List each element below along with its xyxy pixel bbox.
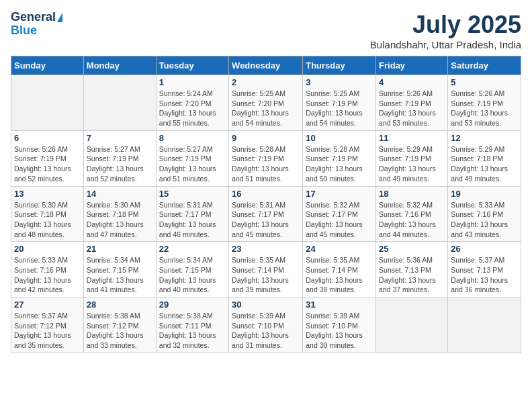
calendar-cell: 7Sunrise: 5:27 AM Sunset: 7:19 PM Daylig… xyxy=(83,130,156,186)
day-number: 29 xyxy=(159,300,226,310)
calendar-week-row: 20Sunrise: 5:33 AM Sunset: 7:16 PM Dayli… xyxy=(11,242,521,298)
calendar-cell: 12Sunrise: 5:29 AM Sunset: 7:18 PM Dayli… xyxy=(448,130,521,186)
calendar-cell: 25Sunrise: 5:36 AM Sunset: 7:13 PM Dayli… xyxy=(376,242,448,298)
day-number: 25 xyxy=(379,244,445,254)
day-number: 6 xyxy=(14,133,81,143)
calendar-cell xyxy=(11,75,84,131)
day-info: Sunrise: 5:38 AM Sunset: 7:11 PM Dayligh… xyxy=(159,311,226,351)
calendar-cell: 20Sunrise: 5:33 AM Sunset: 7:16 PM Dayli… xyxy=(11,242,84,298)
calendar-cell: 9Sunrise: 5:28 AM Sunset: 7:19 PM Daylig… xyxy=(229,130,303,186)
calendar-cell: 18Sunrise: 5:32 AM Sunset: 7:16 PM Dayli… xyxy=(376,186,448,242)
day-number: 20 xyxy=(14,244,81,254)
day-info: Sunrise: 5:34 AM Sunset: 7:15 PM Dayligh… xyxy=(87,255,153,295)
day-info: Sunrise: 5:33 AM Sunset: 7:16 PM Dayligh… xyxy=(451,200,518,240)
day-number: 9 xyxy=(232,133,300,143)
day-number: 12 xyxy=(451,133,518,143)
day-info: Sunrise: 5:37 AM Sunset: 7:13 PM Dayligh… xyxy=(451,255,518,295)
calendar-cell: 3Sunrise: 5:25 AM Sunset: 7:19 PM Daylig… xyxy=(303,75,376,131)
day-number: 18 xyxy=(379,189,445,199)
day-number: 8 xyxy=(159,133,226,143)
day-number: 4 xyxy=(379,77,445,87)
day-number: 1 xyxy=(159,77,226,87)
day-number: 17 xyxy=(306,189,373,199)
day-number: 3 xyxy=(306,77,373,87)
weekday-header-wednesday: Wednesday xyxy=(229,56,303,75)
calendar-week-row: 1Sunrise: 5:24 AM Sunset: 7:20 PM Daylig… xyxy=(11,75,521,131)
day-info: Sunrise: 5:26 AM Sunset: 7:19 PM Dayligh… xyxy=(379,89,445,128)
day-info: Sunrise: 5:30 AM Sunset: 7:18 PM Dayligh… xyxy=(14,200,81,240)
calendar-cell: 11Sunrise: 5:29 AM Sunset: 7:19 PM Dayli… xyxy=(376,130,448,186)
day-number: 27 xyxy=(14,300,81,310)
day-info: Sunrise: 5:38 AM Sunset: 7:12 PM Dayligh… xyxy=(87,311,153,351)
day-info: Sunrise: 5:29 AM Sunset: 7:19 PM Dayligh… xyxy=(379,144,445,184)
calendar-cell: 30Sunrise: 5:39 AM Sunset: 7:10 PM Dayli… xyxy=(229,298,303,353)
calendar-cell: 4Sunrise: 5:26 AM Sunset: 7:19 PM Daylig… xyxy=(376,75,448,131)
day-info: Sunrise: 5:26 AM Sunset: 7:19 PM Dayligh… xyxy=(451,89,518,128)
page-header: General Blue July 2025 Bulandshahr, Utta… xyxy=(11,11,521,50)
day-number: 2 xyxy=(232,77,300,87)
calendar-cell xyxy=(83,75,156,131)
calendar-cell: 23Sunrise: 5:35 AM Sunset: 7:14 PM Dayli… xyxy=(229,242,303,298)
day-info: Sunrise: 5:37 AM Sunset: 7:12 PM Dayligh… xyxy=(14,311,81,351)
location: Bulandshahr, Uttar Pradesh, India xyxy=(370,39,521,50)
weekday-header-tuesday: Tuesday xyxy=(156,56,228,75)
weekday-header-sunday: Sunday xyxy=(11,56,84,75)
day-info: Sunrise: 5:29 AM Sunset: 7:18 PM Dayligh… xyxy=(451,144,518,184)
day-info: Sunrise: 5:28 AM Sunset: 7:19 PM Dayligh… xyxy=(232,144,300,184)
day-info: Sunrise: 5:31 AM Sunset: 7:17 PM Dayligh… xyxy=(159,200,226,240)
day-info: Sunrise: 5:27 AM Sunset: 7:19 PM Dayligh… xyxy=(87,144,153,184)
day-info: Sunrise: 5:36 AM Sunset: 7:13 PM Dayligh… xyxy=(379,255,445,295)
day-number: 24 xyxy=(306,244,373,254)
day-number: 26 xyxy=(451,244,518,254)
calendar-cell: 26Sunrise: 5:37 AM Sunset: 7:13 PM Dayli… xyxy=(448,242,521,298)
day-number: 16 xyxy=(232,189,300,199)
calendar-week-row: 13Sunrise: 5:30 AM Sunset: 7:18 PM Dayli… xyxy=(11,186,521,242)
day-number: 15 xyxy=(159,189,226,199)
day-info: Sunrise: 5:35 AM Sunset: 7:14 PM Dayligh… xyxy=(232,255,300,295)
weekday-header-saturday: Saturday xyxy=(448,56,521,75)
calendar-cell: 29Sunrise: 5:38 AM Sunset: 7:11 PM Dayli… xyxy=(156,298,228,353)
day-info: Sunrise: 5:24 AM Sunset: 7:20 PM Dayligh… xyxy=(159,89,226,128)
calendar-cell: 16Sunrise: 5:31 AM Sunset: 7:17 PM Dayli… xyxy=(229,186,303,242)
calendar-cell: 1Sunrise: 5:24 AM Sunset: 7:20 PM Daylig… xyxy=(156,75,228,131)
logo-triangle-icon xyxy=(57,13,62,22)
calendar-cell: 6Sunrise: 5:26 AM Sunset: 7:19 PM Daylig… xyxy=(11,130,84,186)
day-number: 19 xyxy=(451,189,518,199)
day-info: Sunrise: 5:32 AM Sunset: 7:16 PM Dayligh… xyxy=(379,200,445,240)
calendar-table: SundayMondayTuesdayWednesdayThursdayFrid… xyxy=(11,56,521,353)
calendar-cell: 22Sunrise: 5:34 AM Sunset: 7:15 PM Dayli… xyxy=(156,242,228,298)
day-info: Sunrise: 5:33 AM Sunset: 7:16 PM Dayligh… xyxy=(14,255,81,295)
calendar-cell: 10Sunrise: 5:28 AM Sunset: 7:19 PM Dayli… xyxy=(303,130,376,186)
day-number: 14 xyxy=(87,189,153,199)
calendar-cell: 19Sunrise: 5:33 AM Sunset: 7:16 PM Dayli… xyxy=(448,186,521,242)
day-number: 11 xyxy=(379,133,445,143)
logo-general: General xyxy=(11,11,56,24)
day-info: Sunrise: 5:39 AM Sunset: 7:10 PM Dayligh… xyxy=(306,311,373,351)
calendar-cell: 21Sunrise: 5:34 AM Sunset: 7:15 PM Dayli… xyxy=(83,242,156,298)
calendar-cell: 24Sunrise: 5:35 AM Sunset: 7:14 PM Dayli… xyxy=(303,242,376,298)
weekday-header-thursday: Thursday xyxy=(303,56,376,75)
calendar-cell: 13Sunrise: 5:30 AM Sunset: 7:18 PM Dayli… xyxy=(11,186,84,242)
weekday-header-row: SundayMondayTuesdayWednesdayThursdayFrid… xyxy=(11,56,521,75)
day-number: 28 xyxy=(87,300,153,310)
calendar-cell: 5Sunrise: 5:26 AM Sunset: 7:19 PM Daylig… xyxy=(448,75,521,131)
day-number: 31 xyxy=(306,300,373,310)
logo: General Blue xyxy=(11,11,62,38)
day-info: Sunrise: 5:28 AM Sunset: 7:19 PM Dayligh… xyxy=(306,144,373,184)
day-info: Sunrise: 5:32 AM Sunset: 7:17 PM Dayligh… xyxy=(306,200,373,240)
day-info: Sunrise: 5:27 AM Sunset: 7:19 PM Dayligh… xyxy=(159,144,226,184)
day-info: Sunrise: 5:34 AM Sunset: 7:15 PM Dayligh… xyxy=(159,255,226,295)
day-info: Sunrise: 5:30 AM Sunset: 7:18 PM Dayligh… xyxy=(87,200,153,240)
day-info: Sunrise: 5:31 AM Sunset: 7:17 PM Dayligh… xyxy=(232,200,300,240)
calendar-week-row: 6Sunrise: 5:26 AM Sunset: 7:19 PM Daylig… xyxy=(11,130,521,186)
weekday-header-friday: Friday xyxy=(376,56,448,75)
day-info: Sunrise: 5:25 AM Sunset: 7:20 PM Dayligh… xyxy=(232,89,300,128)
day-number: 7 xyxy=(87,133,153,143)
calendar-cell: 17Sunrise: 5:32 AM Sunset: 7:17 PM Dayli… xyxy=(303,186,376,242)
day-info: Sunrise: 5:26 AM Sunset: 7:19 PM Dayligh… xyxy=(14,144,81,184)
day-info: Sunrise: 5:39 AM Sunset: 7:10 PM Dayligh… xyxy=(232,311,300,351)
day-number: 23 xyxy=(232,244,300,254)
title-block: July 2025 Bulandshahr, Uttar Pradesh, In… xyxy=(370,11,521,50)
calendar-cell: 15Sunrise: 5:31 AM Sunset: 7:17 PM Dayli… xyxy=(156,186,228,242)
logo-blue: Blue xyxy=(11,24,37,38)
